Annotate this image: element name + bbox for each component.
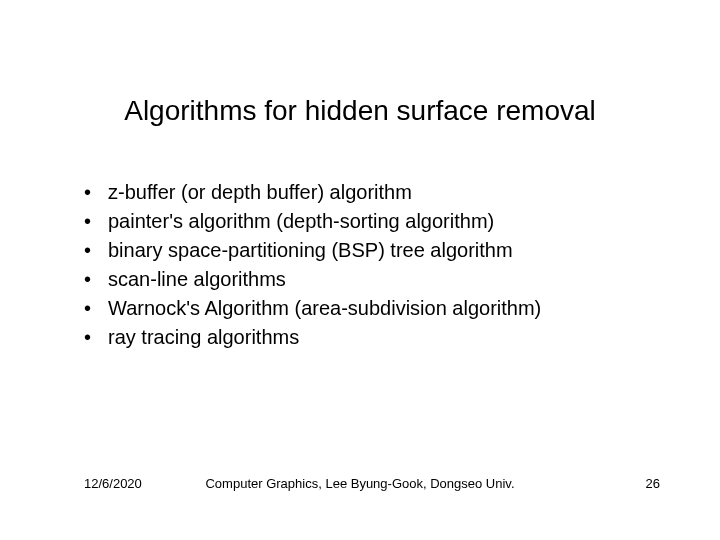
- bullet-icon: •: [84, 294, 108, 323]
- footer-center: Computer Graphics, Lee Byung-Gook, Dongs…: [0, 476, 720, 491]
- bullet-icon: •: [84, 236, 108, 265]
- list-item: • z-buffer (or depth buffer) algorithm: [84, 178, 541, 207]
- list-item: • scan-line algorithms: [84, 265, 541, 294]
- bullet-text: Warnock's Algorithm (area-subdivision al…: [108, 294, 541, 323]
- bullet-text: painter's algorithm (depth-sorting algor…: [108, 207, 494, 236]
- slide: Algorithms for hidden surface removal • …: [0, 0, 720, 540]
- list-item: • ray tracing algorithms: [84, 323, 541, 352]
- bullet-text: binary space-partitioning (BSP) tree alg…: [108, 236, 513, 265]
- bullet-text: scan-line algorithms: [108, 265, 286, 294]
- list-item: • Warnock's Algorithm (area-subdivision …: [84, 294, 541, 323]
- list-item: • binary space-partitioning (BSP) tree a…: [84, 236, 541, 265]
- slide-title: Algorithms for hidden surface removal: [0, 95, 720, 127]
- bullet-icon: •: [84, 323, 108, 352]
- bullet-text: z-buffer (or depth buffer) algorithm: [108, 178, 412, 207]
- bullet-icon: •: [84, 178, 108, 207]
- footer-page-number: 26: [646, 476, 660, 491]
- bullet-icon: •: [84, 265, 108, 294]
- bullet-text: ray tracing algorithms: [108, 323, 299, 352]
- bullet-icon: •: [84, 207, 108, 236]
- bullet-list: • z-buffer (or depth buffer) algorithm •…: [84, 178, 541, 352]
- list-item: • painter's algorithm (depth-sorting alg…: [84, 207, 541, 236]
